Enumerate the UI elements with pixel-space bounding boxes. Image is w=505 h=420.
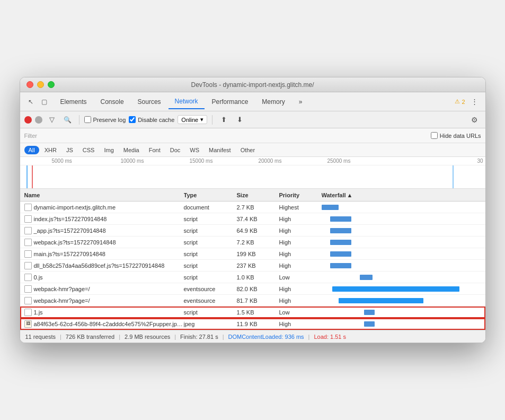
import-icon[interactable]: ⬆ — [217, 113, 230, 126]
tab-sources[interactable]: Sources — [131, 95, 167, 109]
row-waterfall — [322, 213, 481, 224]
tab-bar: ↖ ▢ Elements Console Sources Network Per… — [20, 92, 485, 111]
tab-console[interactable]: Console — [94, 95, 130, 109]
record-button[interactable] — [24, 116, 32, 124]
load-value: 1.51 s — [330, 334, 346, 340]
ruler-25000: 25000 ms — [327, 158, 351, 164]
network-condition-dropdown[interactable]: Online ▾ — [178, 115, 207, 124]
warnings-badge[interactable]: ⚠ 2 — [455, 98, 465, 105]
row-waterfall — [322, 248, 481, 259]
type-filter-manifest[interactable]: Manifest — [205, 146, 235, 154]
th-waterfall[interactable]: Waterfall ▲ — [322, 192, 481, 198]
row-size: 81.7 KB — [237, 298, 279, 304]
row-name: dynamic-import-nextjs.glitch.me — [34, 204, 116, 211]
ruler-20000: 20000 ms — [259, 158, 282, 164]
row-type: script — [184, 309, 237, 316]
inspect-icon[interactable]: ▢ — [38, 95, 51, 108]
th-type: Type — [184, 192, 237, 198]
hide-data-urls-checkbox[interactable]: Hide data URLs — [431, 132, 481, 139]
type-filter-all[interactable]: All — [24, 146, 39, 154]
disable-cache-checkbox[interactable]: Disable cache — [129, 116, 174, 123]
type-filter-css[interactable]: CSS — [78, 146, 99, 154]
row-name: dll_b58c257da4aa56d89cef.js?ts=157227091… — [34, 262, 165, 269]
row-name: webpack-hmr?page=/ — [34, 298, 90, 304]
table-row[interactable]: 0.jsscript1.0 KBLow — [20, 272, 485, 283]
row-size: 37.4 KB — [237, 216, 279, 222]
row-name: a84f63e5-62cd-456b-89f4-c2adddc4e575%2Fp… — [34, 321, 183, 327]
type-filter-ws[interactable]: WS — [185, 146, 203, 154]
row-priority: High — [279, 228, 322, 234]
type-filter-media[interactable]: Media — [119, 146, 144, 154]
disable-cache-label: Disable cache — [138, 117, 174, 123]
minimize-button[interactable] — [37, 81, 44, 88]
row-type: script — [184, 274, 237, 281]
filter-label: Filter — [24, 133, 37, 139]
settings-icon[interactable]: ⚙ — [468, 113, 481, 126]
preserve-log-checkbox[interactable]: Preserve log — [84, 116, 126, 123]
file-icon — [24, 215, 32, 223]
row-name: 0.js — [34, 274, 43, 281]
table-row[interactable]: index.js?ts=1572270914848script37.4 KBHi… — [20, 213, 485, 225]
row-priority: High — [279, 216, 322, 222]
row-waterfall — [322, 260, 481, 271]
row-priority: High — [279, 239, 322, 246]
table-row[interactable]: _app.js?ts=1572270914848script64.9 KBHig… — [20, 225, 485, 237]
filter-icon[interactable]: ▽ — [46, 113, 58, 126]
timeline-marker-red — [32, 165, 33, 189]
th-name: Name — [24, 192, 184, 198]
table-row[interactable]: 🖼a84f63e5-62cd-456b-89f4-c2adddc4e575%2F… — [20, 318, 485, 330]
timeline-ruler: 5000 ms 10000 ms 15000 ms 20000 ms 25000… — [20, 157, 485, 165]
table-row[interactable]: 1.jsscript1.5 KBLow — [20, 307, 485, 318]
transferred-size: 726 KB transferred — [66, 334, 114, 340]
hide-data-urls-label: Hide data URLs — [440, 133, 481, 139]
file-icon — [24, 297, 32, 304]
table-row[interactable]: webpack-hmr?page=/eventsource82.0 KBHigh — [20, 283, 485, 295]
type-filter-doc[interactable]: Doc — [166, 146, 185, 154]
stop-button[interactable] — [35, 116, 42, 124]
row-size: 2.7 KB — [237, 204, 279, 211]
row-size: 82.0 KB — [237, 286, 279, 292]
close-button[interactable] — [26, 81, 33, 88]
row-waterfall — [322, 225, 481, 236]
table-header: Name Type Size Priority Waterfall ▲ — [20, 189, 485, 202]
hide-data-urls-input[interactable] — [431, 132, 438, 139]
row-waterfall — [322, 272, 481, 283]
row-waterfall — [322, 237, 481, 248]
search-icon[interactable]: 🔍 — [61, 113, 74, 126]
maximize-button[interactable] — [48, 81, 55, 88]
tab-more[interactable]: » — [293, 95, 309, 109]
table-row[interactable]: main.js?ts=1572270914848script199 KBHigh — [20, 248, 485, 260]
export-icon[interactable]: ⬇ — [233, 113, 246, 126]
tab-network[interactable]: Network — [169, 94, 205, 109]
table-row[interactable]: dynamic-import-nextjs.glitch.medocument2… — [20, 202, 485, 213]
disable-cache-input[interactable] — [129, 116, 136, 123]
tab-performance[interactable]: Performance — [206, 95, 255, 109]
row-type: script — [184, 251, 237, 257]
type-filter-js[interactable]: JS — [62, 146, 77, 154]
tab-elements[interactable]: Elements — [54, 95, 93, 109]
row-type: eventsource — [184, 286, 237, 292]
cursor-icon[interactable]: ↖ — [24, 95, 37, 108]
resources-size: 2.9 MB resources — [125, 334, 170, 340]
dom-label: DOMContentLoaded: — [228, 334, 283, 340]
preserve-log-label: Preserve log — [93, 117, 126, 123]
preserve-log-input[interactable] — [84, 116, 91, 123]
finish-time: Finish: 27.81 s — [180, 334, 218, 340]
table-row[interactable]: webpack-hmr?page=/eventsource81.7 KBHigh — [20, 295, 485, 307]
more-options-icon[interactable]: ⋮ — [468, 95, 481, 108]
separator2 — [212, 115, 212, 125]
type-filter-img[interactable]: Img — [100, 146, 118, 154]
table-row[interactable]: webpack.js?ts=1572270914848script7.2 KBH… — [20, 237, 485, 248]
type-filter-other[interactable]: Other — [236, 146, 260, 154]
row-type: script — [184, 216, 237, 222]
type-filter-font[interactable]: Font — [145, 146, 165, 154]
dom-content-loaded: DOMContentLoaded: 936 ms — [228, 334, 304, 340]
row-waterfall — [322, 283, 481, 294]
devtools-window: DevTools - dynamic-import-nextjs.glitch.… — [20, 77, 486, 343]
type-filter-xhr[interactable]: XHR — [40, 146, 61, 154]
load-time: Load: 1.51 s — [314, 334, 346, 340]
tab-memory[interactable]: Memory — [255, 95, 291, 109]
row-size: 1.5 KB — [237, 309, 279, 316]
table-row[interactable]: dll_b58c257da4aa56d89cef.js?ts=157227091… — [20, 260, 485, 272]
row-waterfall — [322, 307, 481, 318]
